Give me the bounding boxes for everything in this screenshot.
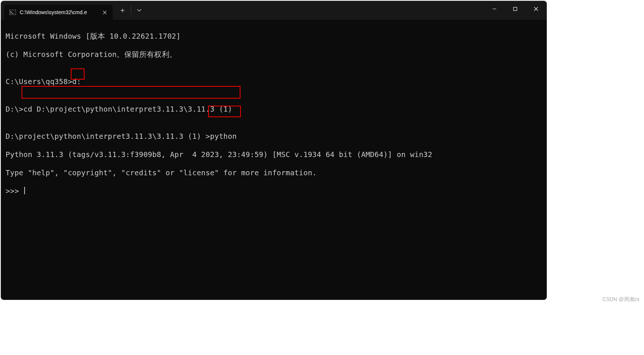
terminal-window: C:\Windows\system32\cmd.e bbox=[1, 1, 547, 300]
terminal-body[interactable]: Microsoft Windows [版本 10.0.22621.1702] (… bbox=[1, 20, 546, 254]
close-tab-button[interactable] bbox=[100, 8, 109, 17]
svg-rect-0 bbox=[9, 10, 16, 15]
prompt-command: cd D:\project\python\interpret3.11.3\3.1… bbox=[23, 105, 232, 113]
minimize-button[interactable] bbox=[484, 1, 505, 17]
terminal-prompt-line: C:\Users\qq358>d: bbox=[6, 77, 542, 87]
terminal-line: Microsoft Windows [版本 10.0.22621.1702] bbox=[6, 32, 542, 41]
prompt-path: C:\Users\qq358> bbox=[6, 77, 72, 86]
cmd-icon bbox=[9, 9, 16, 16]
prompt-path: D:\> bbox=[6, 105, 23, 113]
divider bbox=[131, 6, 131, 15]
new-tab-button[interactable] bbox=[115, 4, 130, 17]
terminal-line: Type "help", "copyright", "credits" or "… bbox=[6, 169, 542, 178]
cursor bbox=[24, 187, 25, 194]
watermark: CSDN @周湘zx bbox=[602, 296, 640, 303]
tab-title: C:\Windows\system32\cmd.e bbox=[20, 9, 96, 15]
highlight-box bbox=[22, 86, 240, 99]
terminal-prompt-line: D:\>cd D:\project\python\interpret3.11.3… bbox=[6, 105, 542, 114]
maximize-button[interactable] bbox=[505, 1, 526, 17]
python-prompt-line: >>> bbox=[6, 187, 542, 196]
tab-dropdown-button[interactable] bbox=[132, 4, 147, 17]
svg-rect-7 bbox=[514, 7, 517, 11]
terminal-prompt-line: D:\project\python\interpret3.11.3\3.11.3… bbox=[6, 132, 542, 141]
close-window-button[interactable] bbox=[526, 1, 546, 17]
prompt-path: D:\project\python\interpret3.11.3\3.11.3… bbox=[6, 132, 210, 141]
python-prompt: >>> bbox=[6, 187, 23, 195]
prompt-command: d: bbox=[72, 77, 81, 86]
terminal-line: (c) Microsoft Corporation。保留所有权利。 bbox=[6, 50, 542, 60]
prompt-command: python bbox=[210, 132, 237, 141]
tab-cmd[interactable]: C:\Windows\system32\cmd.e bbox=[4, 5, 113, 20]
tab-actions bbox=[115, 4, 147, 17]
title-bar: C:\Windows\system32\cmd.e bbox=[1, 1, 546, 20]
terminal-line: Python 3.11.3 (tags/v3.11.3:f3909b8, Apr… bbox=[6, 150, 542, 160]
window-controls bbox=[484, 1, 546, 17]
